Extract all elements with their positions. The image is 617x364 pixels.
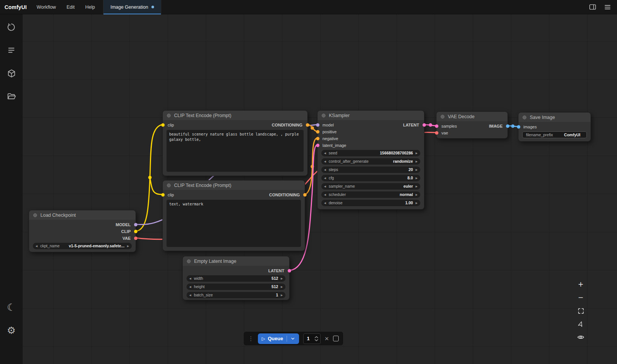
select-cursor-icon[interactable] (576, 320, 585, 328)
node-header[interactable]: Load Checkpoint (29, 210, 136, 220)
node-clip-text-encode-negative[interactable]: CLIP Text Encode (Prompt) clip CONDITION… (162, 180, 305, 251)
increment-icon[interactable]: ▶ (416, 160, 418, 163)
decrement-icon[interactable]: ◀ (189, 294, 191, 296)
chevron-down-icon[interactable] (290, 336, 295, 341)
prompt-textarea[interactable]: text, watermark (167, 200, 301, 247)
hamburger-menu-icon[interactable] (603, 3, 612, 11)
stop-icon[interactable] (333, 336, 339, 341)
stepper-down-icon[interactable] (315, 339, 318, 341)
decrement-icon[interactable]: ◀ (35, 245, 37, 247)
increment-icon[interactable]: ▶ (416, 185, 418, 188)
menu-help[interactable]: Help (85, 5, 95, 10)
decrement-icon[interactable]: ◀ (324, 185, 326, 188)
collapse-dot[interactable] (167, 114, 171, 117)
slot-dot-model-out[interactable] (134, 223, 137, 227)
widget-control-after-generate[interactable]: ◀ control_after_generate randomize ▶ (321, 158, 420, 165)
node-header[interactable]: KSampler (318, 111, 424, 120)
decrement-icon[interactable]: ◀ (324, 168, 326, 171)
slot-dot-conditioning-out[interactable] (303, 193, 307, 197)
increment-icon[interactable]: ▶ (416, 168, 418, 171)
drag-handle-icon[interactable]: ⋮ (248, 336, 254, 341)
queue-button[interactable]: ▷ Queue (258, 333, 299, 344)
slot-dot-images-in[interactable] (517, 125, 520, 129)
zoom-in-icon[interactable]: + (576, 280, 585, 288)
decrement-icon[interactable]: ◀ (324, 160, 326, 163)
theme-moon-icon[interactable]: ☾ (4, 300, 19, 315)
history-icon[interactable] (4, 20, 19, 35)
slot-dot-latent-out[interactable] (423, 123, 426, 127)
collapse-dot[interactable] (322, 114, 325, 117)
node-header[interactable]: VAE Decode (437, 112, 507, 121)
toggle-panel-icon[interactable] (588, 3, 597, 11)
decrement-icon[interactable]: ◀ (324, 193, 326, 196)
node-vae-decode[interactable]: VAE Decode samples IMAGE vae (436, 111, 508, 139)
widget-denoise[interactable]: ◀ denoise 1.00 ▶ (321, 200, 420, 206)
node-header[interactable]: CLIP Text Encode (Prompt) (163, 111, 307, 120)
collapse-dot[interactable] (33, 213, 37, 217)
node-header[interactable]: CLIP Text Encode (Prompt) (163, 180, 305, 190)
tab-image-generation[interactable]: Image Generation (103, 0, 161, 14)
decrement-icon[interactable]: ◀ (324, 152, 326, 154)
node-library-icon[interactable] (4, 66, 19, 81)
app-logo[interactable]: ComfyUI (5, 4, 27, 10)
menu-edit[interactable]: Edit (66, 5, 75, 10)
slot-dot-latent-out[interactable] (288, 269, 291, 273)
widget-filename-prefix[interactable]: filename_prefix ComfyUI (522, 131, 587, 138)
increment-icon[interactable]: ▶ (416, 193, 418, 196)
queue-list-icon[interactable] (4, 43, 19, 58)
collapse-dot[interactable] (523, 116, 526, 119)
slot-dot-samples-in[interactable] (435, 125, 438, 128)
slot-dot-clip-out[interactable] (134, 230, 137, 233)
node-save-image[interactable]: Save Image images filename_prefix ComfyU… (518, 112, 591, 142)
widget-cfg[interactable]: ◀ cfg 8.0 ▶ (321, 175, 420, 181)
widget-height[interactable]: ◀ height 512 ▶ (187, 284, 285, 290)
stepper-up-icon[interactable] (315, 336, 318, 338)
slot-dot-model-in[interactable] (316, 123, 319, 127)
settings-gear-icon[interactable]: ⚙ (4, 323, 19, 338)
increment-icon[interactable]: ▶ (416, 177, 418, 179)
slot-dot-image-out[interactable] (506, 125, 509, 128)
collapse-dot[interactable] (167, 184, 171, 187)
slot-dot-vae-out[interactable] (134, 237, 137, 240)
widget-steps[interactable]: ◀ steps 20 ▶ (321, 167, 420, 173)
increment-icon[interactable]: ▶ (281, 285, 283, 288)
slot-dot-negative-in[interactable] (316, 137, 319, 140)
collapse-dot[interactable] (441, 115, 444, 119)
decrement-icon[interactable]: ◀ (324, 177, 326, 179)
increment-icon[interactable]: ▶ (416, 202, 418, 204)
node-load-checkpoint[interactable]: Load Checkpoint MODEL CLIP VAE ◀ ckpt_na… (29, 210, 136, 252)
widget-sampler-name[interactable]: ◀ sampler_name euler ▶ (321, 183, 420, 190)
slot-dot-clip-in[interactable] (161, 193, 165, 197)
increment-icon[interactable]: ▶ (281, 277, 283, 280)
slot-dot-conditioning-out[interactable] (306, 123, 309, 127)
widget-seed[interactable]: ◀ seed 156680208700286 ▶ (321, 150, 420, 156)
toggle-visibility-eye-icon[interactable] (576, 333, 585, 341)
workflows-folder-icon[interactable] (4, 89, 19, 104)
decrement-icon[interactable]: ◀ (189, 285, 191, 288)
decrement-icon[interactable]: ◀ (189, 277, 191, 280)
menu-workflow[interactable]: Workflow (37, 5, 56, 10)
widget-width[interactable]: ◀ width 512 ▶ (187, 275, 285, 282)
fit-view-icon[interactable] (576, 307, 585, 315)
node-ksampler[interactable]: KSampler model LATENT positive negative … (317, 110, 424, 210)
slot-dot-clip-in[interactable] (161, 123, 165, 127)
slot-dot-vae-in[interactable] (435, 131, 438, 135)
increment-icon[interactable]: ▶ (416, 152, 418, 154)
widget-scheduler[interactable]: ◀ scheduler normal ▶ (321, 191, 420, 198)
node-empty-latent-image[interactable]: Empty Latent Image LATENT ◀ width 512 ▶ … (182, 256, 290, 300)
zoom-out-icon[interactable]: − (576, 293, 585, 302)
increment-icon[interactable]: ▶ (281, 294, 283, 296)
increment-icon[interactable]: ▶ (127, 245, 129, 247)
widget-batch-size[interactable]: ◀ batch_size 1 ▶ (187, 292, 285, 298)
node-header[interactable]: Empty Latent Image (183, 256, 289, 266)
slot-dot-latent-image-in[interactable] (316, 144, 319, 147)
decrement-icon[interactable]: ◀ (324, 202, 326, 204)
batch-count-stepper[interactable]: 1 (303, 333, 321, 344)
slot-dot-positive-in[interactable] (316, 130, 319, 134)
clear-queue-icon[interactable]: × (325, 335, 329, 342)
node-clip-text-encode-positive[interactable]: CLIP Text Encode (Prompt) clip CONDITION… (162, 110, 308, 176)
node-header[interactable]: Save Image (518, 113, 591, 122)
widget-ckpt-name[interactable]: ◀ ckpt_name v1-5-pruned-emaonly.safete..… (33, 243, 132, 249)
prompt-textarea[interactable]: beautiful scenery nature glass bottle la… (167, 130, 304, 172)
collapse-dot[interactable] (187, 259, 191, 263)
